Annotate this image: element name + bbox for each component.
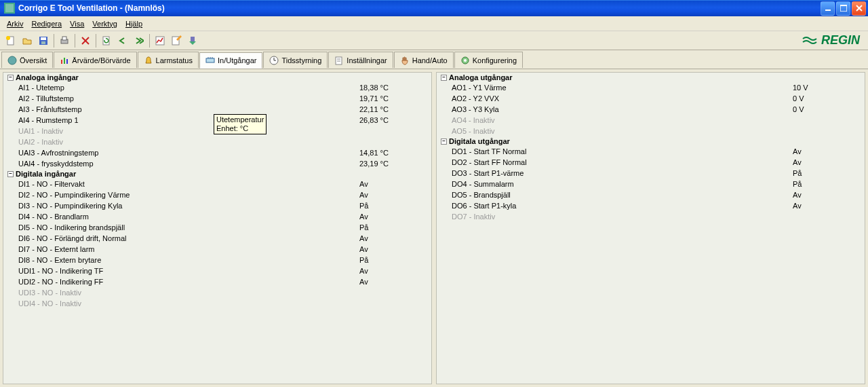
brand-logo: REGIN bbox=[802, 33, 865, 48]
content-area: −Analoga ingångarAI1 - Utetemp18,38 °CAI… bbox=[0, 69, 868, 387]
tab-io[interactable]: In/Utgångar bbox=[199, 52, 262, 69]
overview-icon bbox=[7, 56, 17, 65]
save-icon[interactable] bbox=[36, 33, 51, 48]
menu-help[interactable]: Hjälp bbox=[121, 18, 146, 29]
data-row[interactable]: DI8 - NO - Extern brytarePå bbox=[3, 255, 431, 265]
svg-point-8 bbox=[6, 36, 10, 40]
row-value: 10 V bbox=[793, 82, 861, 93]
data-row[interactable]: AO3 - Y3 Kyla0 V bbox=[437, 104, 865, 115]
row-value: Av bbox=[793, 157, 861, 168]
tab-hand-auto[interactable]: Hand/Auto bbox=[394, 52, 454, 68]
data-row[interactable]: DI3 - NO - Pumpindikering KylaPå bbox=[3, 200, 431, 211]
data-row[interactable]: DI7 - NO - Externt larmAv bbox=[3, 244, 431, 255]
row-value: Av bbox=[359, 179, 427, 189]
chart-icon[interactable] bbox=[153, 33, 167, 48]
row-label: AO2 - Y2 VVX bbox=[452, 93, 793, 104]
sync-left-icon[interactable] bbox=[115, 33, 130, 48]
menu-tools[interactable]: Verktyg bbox=[88, 18, 121, 29]
tab-overview[interactable]: Översikt bbox=[1, 52, 53, 68]
data-row[interactable]: AO2 - Y2 VVX0 V bbox=[437, 93, 865, 104]
minimize-button[interactable] bbox=[821, 1, 835, 16]
data-row[interactable]: DO5 - BrandspjällAv bbox=[437, 189, 865, 200]
row-label: AO5 - Inaktiv bbox=[452, 126, 793, 136]
open-file-icon[interactable] bbox=[20, 33, 35, 48]
data-row[interactable]: AO1 - Y1 Värme10 V bbox=[437, 82, 865, 93]
group-title: Digitala ingångar bbox=[16, 170, 76, 178]
row-label: DO4 - Summalarm bbox=[452, 179, 793, 189]
svg-rect-22 bbox=[64, 58, 65, 64]
download-icon[interactable] bbox=[185, 33, 200, 48]
svg-point-20 bbox=[8, 56, 16, 64]
data-row[interactable]: AO4 - Inaktiv bbox=[437, 115, 865, 126]
group-header[interactable]: −Digitala utgångar bbox=[437, 136, 865, 146]
row-label: UAI2 - Inaktiv bbox=[18, 136, 359, 147]
toolbar-sep bbox=[75, 34, 75, 48]
svg-rect-2 bbox=[825, 10, 831, 11]
collapse-icon[interactable]: − bbox=[441, 139, 447, 145]
menu-file[interactable]: Arkiv bbox=[3, 18, 27, 29]
data-row[interactable]: UDI2 - NO - Indikering FFAv bbox=[3, 276, 431, 287]
collapse-icon[interactable]: − bbox=[7, 75, 14, 81]
data-row[interactable]: AI1 - Utetemp18,38 °C bbox=[3, 82, 431, 93]
collapse-icon[interactable]: − bbox=[441, 75, 447, 81]
config-icon bbox=[460, 56, 470, 65]
tab-values[interactable]: Ärvärde/Börvärde bbox=[54, 52, 136, 68]
group-header[interactable]: −Analoga ingångar bbox=[3, 73, 431, 82]
data-row[interactable]: AI2 - Tilluftstemp19,71 °C bbox=[3, 93, 431, 104]
maximize-button[interactable] bbox=[836, 1, 850, 16]
data-row[interactable]: UAI2 - Inaktiv bbox=[3, 136, 431, 147]
tabbar: Översikt Ärvärde/Börvärde Larmstatus In/… bbox=[0, 50, 868, 69]
row-value: Av bbox=[793, 146, 861, 157]
io-icon bbox=[205, 56, 215, 65]
row-label: AO3 - Y3 Kyla bbox=[452, 104, 793, 115]
row-value bbox=[793, 211, 861, 222]
data-row[interactable]: UDI1 - NO - Indikering TFAv bbox=[3, 265, 431, 276]
values-icon bbox=[60, 56, 69, 65]
data-row[interactable]: AO5 - Inaktiv bbox=[437, 126, 865, 136]
toolbar-sep bbox=[96, 34, 96, 48]
tab-config[interactable]: Konfigurering bbox=[454, 52, 523, 68]
data-row[interactable]: DI6 - NO - Förlängd drift, NormalAv bbox=[3, 233, 431, 244]
data-row[interactable]: DO7 - Inaktiv bbox=[437, 211, 865, 222]
group-header[interactable]: −Digitala ingångar bbox=[3, 169, 431, 179]
row-label: DI2 - NO - Pumpindikering Värme bbox=[18, 189, 359, 200]
delete-icon[interactable] bbox=[78, 33, 93, 48]
tooltip: Utetemperatur Enhet: °C bbox=[214, 114, 267, 134]
new-file-icon[interactable] bbox=[3, 33, 18, 48]
data-row[interactable]: DI2 - NO - Pumpindikering VärmeAv bbox=[3, 189, 431, 200]
data-row[interactable]: DO3 - Start P1-värmePå bbox=[437, 168, 865, 179]
row-value: 0 V bbox=[793, 93, 861, 104]
row-value bbox=[359, 126, 427, 136]
menu-view[interactable]: Visa bbox=[66, 18, 88, 29]
data-row[interactable]: DO4 - SummalarmPå bbox=[437, 179, 865, 189]
data-row[interactable]: AI3 - Frånluftstemp22,11 °C bbox=[3, 104, 431, 115]
tab-alarm[interactable]: Larmstatus bbox=[138, 52, 199, 68]
close-button[interactable] bbox=[852, 1, 866, 16]
group-header[interactable]: −Analoga utgångar bbox=[437, 73, 865, 82]
data-row[interactable]: DO1 - Start TF NormalAv bbox=[437, 146, 865, 157]
data-row[interactable]: DI1 - NO - FiltervaktAv bbox=[3, 179, 431, 189]
row-label: AO4 - Inaktiv bbox=[452, 115, 793, 126]
data-row[interactable]: DI4 - NO - BrandlarmAv bbox=[3, 211, 431, 222]
data-row[interactable]: DO2 - Start FF NormalAv bbox=[437, 157, 865, 168]
data-row[interactable]: UDI3 - NO - Inaktiv bbox=[3, 287, 431, 298]
data-row[interactable]: UAI4 - frysskyddstemp23,19 °C bbox=[3, 158, 431, 169]
tab-settings[interactable]: Inställningar bbox=[328, 52, 393, 68]
row-label: DI1 - NO - Filtervakt bbox=[18, 179, 359, 189]
edit-form-icon[interactable] bbox=[169, 33, 184, 48]
data-row[interactable]: UDI4 - NO - Inaktiv bbox=[3, 298, 431, 309]
row-label: AO1 - Y1 Värme bbox=[452, 82, 793, 93]
row-label: UDI4 - NO - Inaktiv bbox=[18, 298, 359, 309]
sync-right-icon[interactable] bbox=[132, 33, 146, 48]
collapse-icon[interactable]: − bbox=[7, 171, 14, 177]
toolbar: REGIN bbox=[0, 31, 868, 50]
alarm-icon bbox=[144, 56, 153, 65]
tab-time[interactable]: Tidsstyrning bbox=[263, 52, 328, 68]
print-icon[interactable] bbox=[57, 33, 72, 48]
data-row[interactable]: DO6 - Start P1-kylaAv bbox=[437, 200, 865, 211]
data-row[interactable]: UAI3 - Avfrostningstemp14,81 °C bbox=[3, 147, 431, 158]
refresh-icon[interactable] bbox=[99, 33, 114, 48]
svg-rect-4 bbox=[840, 5, 847, 6]
data-row[interactable]: DI5 - NO - Indikering brandspjällPå bbox=[3, 222, 431, 233]
menu-edit[interactable]: Redigera bbox=[27, 18, 66, 29]
